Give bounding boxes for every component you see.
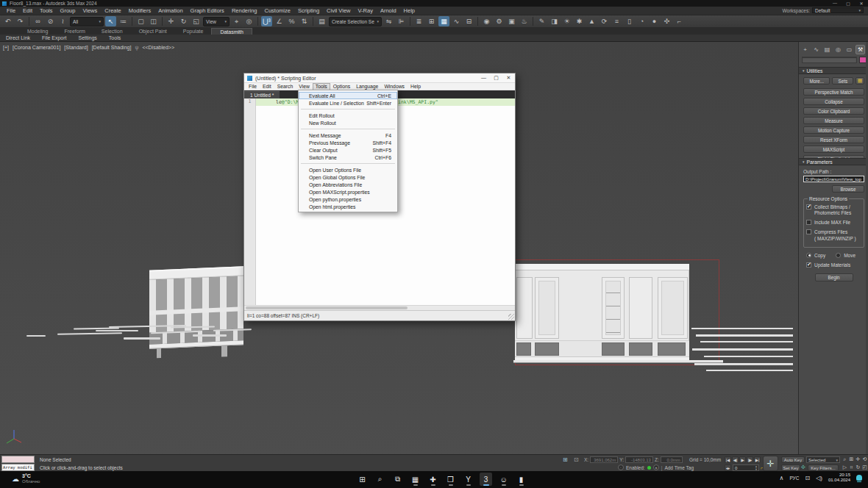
maximize-viewport-icon[interactable]: ◰: [861, 464, 868, 471]
menu-item[interactable]: File: [3, 7, 19, 15]
update-materials-checkbox-row[interactable]: Update Materials: [803, 262, 864, 268]
list-icon[interactable]: ≡: [611, 16, 622, 26]
menu-item[interactable]: Tools: [36, 7, 57, 15]
editor-title-bar[interactable]: (Untitled) * Scripting Editor — ▢ ✕: [244, 73, 515, 83]
render-setup-icon[interactable]: ⚙: [494, 16, 505, 26]
layer-manager-icon[interactable]: ≣: [413, 16, 424, 26]
language-indicator[interactable]: РУС: [789, 476, 799, 481]
floor-board[interactable]: [692, 348, 793, 351]
ribbon-tab[interactable]: Populate: [175, 28, 212, 35]
editor-menu-item[interactable]: Language: [353, 83, 381, 90]
crossing-select-icon[interactable]: ◫: [148, 16, 159, 26]
menu-item-open-user-options[interactable]: Open User Options File: [299, 166, 397, 173]
menu-item-open-python-properties[interactable]: Open python.properties: [299, 195, 397, 203]
ribbon-sub-item[interactable]: Settings: [79, 35, 97, 42]
reference-coordinate-dropdown[interactable]: View▾: [203, 17, 230, 26]
orbit-icon[interactable]: ⟲: [861, 456, 868, 463]
menu-item[interactable]: Modifiers: [125, 7, 154, 15]
named-selection-dropdown[interactable]: Create Selection Se▾: [329, 17, 382, 26]
update-materials-checkbox[interactable]: [806, 262, 811, 268]
menu-item[interactable]: Arnold: [377, 7, 400, 15]
maxscript-mini-listener[interactable]: [1, 456, 35, 463]
menu-item-edit-rollout[interactable]: Edit Rollout: [299, 112, 397, 119]
utilities-more-button[interactable]: More...: [803, 77, 830, 85]
menu-item[interactable]: Rendering: [228, 7, 261, 15]
menu-item-open-global-options[interactable]: Open Global Options File: [299, 173, 397, 181]
horizontal-scrollbar[interactable]: [244, 305, 515, 310]
copy-radio[interactable]: Copy: [806, 253, 825, 258]
left-wall-model[interactable]: [149, 266, 243, 360]
editor-menu-item[interactable]: Tools: [313, 83, 330, 90]
hidden-icons-chevron[interactable]: ∧: [780, 475, 784, 481]
menu-item-evaluate-line[interactable]: Evaluate Line / Selection Shift+Enter: [299, 99, 397, 107]
angle-snap-icon[interactable]: ∠: [274, 16, 285, 26]
floor-board[interactable]: [700, 341, 793, 342]
ribbon-sub-item[interactable]: File Export: [42, 35, 66, 42]
menu-item-open-html-properties[interactable]: Open html.properties: [299, 203, 397, 210]
floor-board[interactable]: [57, 332, 122, 335]
menu-item[interactable]: Edit: [19, 7, 36, 15]
ribbon-tab[interactable]: Object Paint: [131, 28, 175, 35]
checkbox-row[interactable]: Compress Files ( MAXZIP/WINZIP ): [806, 229, 861, 241]
checkbox[interactable]: [806, 220, 811, 225]
snap-3d-icon[interactable]: ⋃³: [261, 16, 272, 26]
menu-item-next-message[interactable]: Next Message F4: [299, 132, 397, 139]
manipulate-icon[interactable]: ◎: [243, 16, 255, 26]
curve-editor-icon[interactable]: ∿: [451, 16, 462, 26]
volume-icon[interactable]: ◁): [816, 475, 822, 481]
unlink-icon[interactable]: ⊘: [45, 16, 56, 26]
adaptive-degradation-icon[interactable]: ◦: [618, 464, 624, 470]
utility-button[interactable]: Color Clipboard: [803, 107, 864, 115]
editor-maximize-button[interactable]: ▢: [490, 75, 502, 81]
menu-item-new-rollout[interactable]: New Rollout: [299, 119, 397, 126]
zoom-icon[interactable]: ⌕: [842, 456, 848, 463]
begin-button[interactable]: Begin: [815, 273, 853, 281]
flower-icon[interactable]: ✣: [661, 16, 672, 26]
floor-board[interactable]: [696, 334, 793, 337]
menu-item[interactable]: Help: [400, 7, 419, 15]
floor-board[interactable]: [706, 370, 793, 371]
hierarchy-tab-icon[interactable]: ▤: [822, 45, 832, 54]
editor-tab-untitled[interactable]: 1 Untitled *: [244, 91, 280, 98]
object-name-field[interactable]: [802, 57, 857, 63]
create-tab-icon[interactable]: +: [800, 45, 810, 54]
checkbox[interactable]: [806, 204, 811, 209]
modify-tab-icon[interactable]: ∿: [811, 45, 821, 54]
yandex-browser-icon[interactable]: Y: [462, 473, 474, 486]
start-button[interactable]: ⊞: [356, 473, 369, 486]
display-tab-icon[interactable]: ▭: [844, 45, 854, 54]
spinner-snap-icon[interactable]: ⇅: [299, 16, 310, 26]
select-object-icon[interactable]: ↖: [105, 16, 116, 26]
close-button[interactable]: ✕: [855, 1, 868, 6]
utilities-config-icon[interactable]: ▦: [855, 77, 864, 85]
right-wall-model[interactable]: [515, 264, 689, 362]
isolate-selection-icon[interactable]: ⊞: [563, 456, 568, 463]
degradation-toggle-icon[interactable]: ●: [653, 464, 659, 470]
named-selection-edit-icon[interactable]: ▤: [316, 16, 327, 26]
utility-button[interactable]: Collapse: [803, 98, 864, 105]
z-coordinate-field[interactable]: 0,0mm: [661, 456, 683, 463]
floor-board[interactable]: [124, 337, 160, 340]
menu-item[interactable]: Create: [101, 7, 125, 15]
editor-minimize-button[interactable]: —: [477, 75, 490, 81]
rect-select-icon[interactable]: ▢: [135, 16, 146, 26]
file-explorer-icon[interactable]: ❒: [444, 473, 457, 486]
utility-button[interactable]: Motion Capture: [803, 126, 864, 134]
key-filters-button[interactable]: Key Filters...: [808, 464, 839, 471]
viewport-shading-label[interactable]: [Default Shading]: [92, 45, 132, 50]
floor-board[interactable]: [26, 335, 46, 337]
menu-item-evaluate-all[interactable]: Evaluate All Ctrl+E: [299, 92, 397, 99]
zoom-all-icon[interactable]: ⊞: [848, 456, 855, 463]
menu-item[interactable]: Scripting: [294, 7, 323, 15]
menu-item[interactable]: Graph Editors: [187, 7, 228, 15]
align-icon[interactable]: ⊫: [396, 16, 407, 26]
ribbon-sub-item[interactable]: Direct Link: [6, 35, 30, 42]
menu-item-previous-message[interactable]: Previous Message Shift+F4: [299, 139, 397, 146]
play-button[interactable]: ▶: [739, 456, 746, 463]
menu-item-switch-pane[interactable]: Switch Pane Ctrl+F6: [299, 154, 397, 161]
menu-item[interactable]: Customize: [260, 7, 294, 15]
redo-icon[interactable]: ↷: [15, 16, 26, 26]
floor-board[interactable]: [193, 334, 227, 337]
utility-button[interactable]: MAXScript: [803, 146, 864, 153]
menu-item[interactable]: V-Ray: [354, 7, 376, 15]
